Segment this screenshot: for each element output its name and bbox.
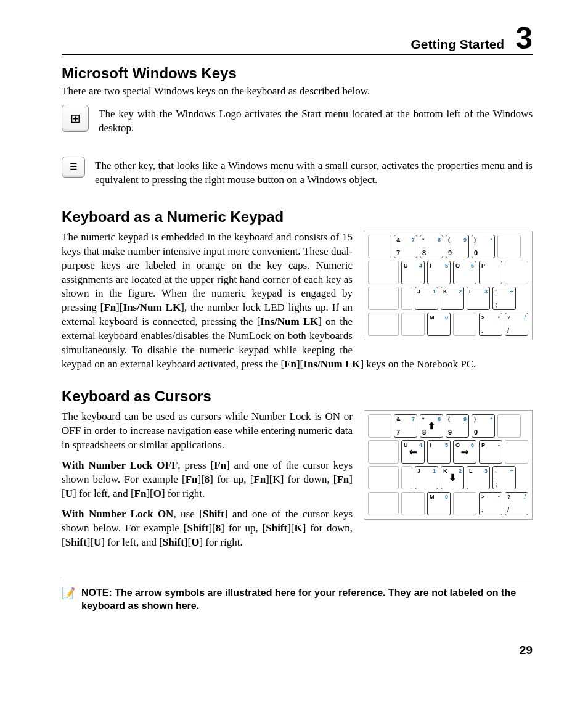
arrow-right-icon: ⇒ — [461, 446, 469, 457]
heading-cursors: Keyboard as Cursors — [62, 388, 533, 405]
key-semicolon: :+; — [492, 287, 516, 310]
heading-numeric-keypad: Keyboard as a Numeric Keypad — [62, 208, 533, 226]
note-block: 📝 NOTE: The arrow symbols are illustrate… — [62, 581, 533, 613]
key-m: M0 — [427, 313, 451, 336]
header-title: Getting Started — [411, 37, 505, 54]
page-number: 29 — [62, 644, 533, 657]
key-k-down: K2⬇ — [441, 466, 464, 489]
key-o: O6 — [453, 261, 476, 284]
windows-keys-intro: There are two special Windows keys on th… — [62, 84, 533, 99]
key-period: >•. — [479, 313, 502, 336]
menu-key-row: ☰ The other key, that looks like a Windo… — [62, 157, 533, 194]
key-8-up: *88⬆ — [420, 414, 443, 438]
key-j: J1 — [415, 287, 438, 310]
heading-windows-keys: Microsoft Windows Keys — [62, 65, 533, 82]
key-slash: ?// — [505, 313, 528, 336]
windows-logo-row: ⊞ The key with the Windows Logo activate… — [62, 105, 533, 142]
menu-key-icon: ☰ — [62, 157, 85, 178]
arrow-up-icon: ⬆ — [428, 420, 436, 432]
key-i: I5 — [427, 261, 451, 284]
chapter-number: 3 — [515, 25, 533, 52]
menu-key-desc: The other key, that looks like a Windows… — [95, 159, 533, 187]
key-8: *88 — [420, 235, 443, 258]
key-l: L3 — [467, 287, 490, 310]
key-p: P- — [479, 261, 502, 284]
windows-logo-key-icon: ⊞ — [62, 105, 89, 132]
key-o-right: O6⇒ — [453, 440, 476, 464]
key-k: K2 — [441, 287, 464, 310]
windows-logo-desc: The key with the Windows Logo activates … — [99, 107, 533, 136]
running-header: Getting Started 3 — [62, 25, 533, 55]
numeric-keypad-figure: &77 *88 (99 )*0 U4 I5 O6 P- J1 K2 L3 :+ — [364, 231, 533, 340]
key-7: &77 — [394, 235, 417, 258]
key-0: )*0 — [472, 235, 495, 258]
key-u: U4 — [401, 261, 425, 284]
note-icon: 📝 — [62, 586, 75, 600]
arrow-left-icon: ⇐ — [409, 446, 417, 457]
arrow-down-icon: ⬇ — [449, 472, 457, 483]
cursor-keypad-figure: &77 *88⬆ (99 )*0 U4⇐ I5 O6⇒ P- J1 K2⬇ L3 — [364, 410, 533, 520]
key-9: (99 — [446, 235, 469, 258]
note-text: NOTE: The arrow symbols are illustrated … — [81, 586, 533, 613]
key-u-left: U4⇐ — [401, 440, 425, 464]
